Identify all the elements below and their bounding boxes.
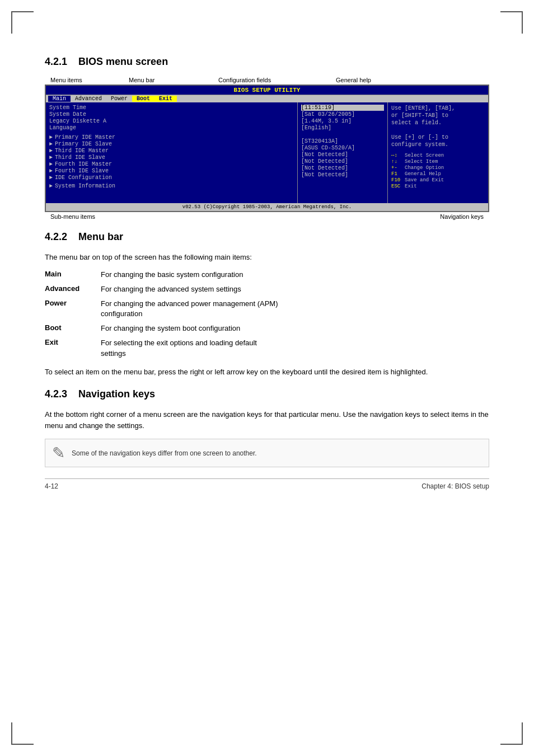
bios-val-nd3: [Not Detected] [301, 165, 384, 171]
bios-nav-keys: ↔↕Select Screen ↑↓Select Item +-Change O… [391, 153, 485, 189]
menu-val-main: For changing the basic system configurat… [101, 270, 243, 280]
bios-val-nd4: [Not Detected] [301, 172, 384, 178]
bios-sub-fourth-slave: Fourth IDE Slave [55, 168, 109, 174]
bios-title-text: BIOS SETUP UTILITY [234, 87, 301, 93]
label-menu-bar: Menu bar [129, 77, 174, 83]
label-config-fields: Configuration fields [218, 77, 291, 83]
bios-menu-boot[interactable]: Boot [132, 96, 154, 102]
menu-val-advanced: For changing the advanced system setting… [101, 284, 241, 294]
section-423-heading: 4.2.3 Navigation keys [45, 388, 489, 400]
bios-footer: v02.53 (C)Copyright 1985-2003, American … [46, 203, 488, 211]
bios-sub-items: ►Primary IDE Master ►Primary IDE Slave ►… [49, 134, 294, 189]
menu-row-power: Power For changing the advanced power ma… [45, 299, 489, 319]
menu-row-boot: Boot For changing the system boot config… [45, 323, 489, 334]
corner-bracket-tr [500, 11, 523, 34]
menu-key-main: Main [45, 270, 101, 278]
bottom-labels: Sub-menu items Navigation keys [45, 212, 489, 220]
bios-item-system-time: System Time [49, 105, 122, 111]
note-icon: ✎ [52, 444, 65, 462]
section-423-num: 4.2.3 [45, 388, 67, 400]
menu-items-table: Main For changing the basic system confi… [45, 270, 489, 359]
bios-menu-power[interactable]: Power [106, 96, 132, 102]
bios-footer-text: v02.53 (C)Copyright 1985-2003, American … [182, 204, 352, 210]
corner-bracket-tl [11, 11, 34, 34]
menu-key-power: Power [45, 299, 101, 307]
footer-page-num: 4-12 [45, 482, 58, 490]
section-422-num: 4.2.2 [45, 231, 67, 242]
label-general-help: General help [336, 77, 392, 83]
label-sub-menu: Sub-menu items [50, 213, 95, 220]
bios-menu-main[interactable]: Main [48, 96, 71, 102]
section-422: 4.2.2 Menu bar The menu bar on top of th… [45, 231, 489, 377]
bios-val-asus-cd: [ASUS CD-S520/A] [301, 145, 384, 151]
section-421: 4.2.1 BIOS menu screen Menu items Menu b… [45, 56, 489, 220]
corner-bracket-bl [11, 722, 34, 745]
section-421-title: BIOS menu screen [78, 56, 168, 67]
section-422-heading: 4.2.2 Menu bar [45, 231, 489, 243]
bios-val-blank1 [301, 132, 384, 138]
bios-val-st: [ST320413A] [301, 138, 384, 144]
bios-sub-fourth-master: Fourth IDE Master [55, 161, 112, 167]
label-menu-items: Menu items [50, 77, 101, 83]
bios-sub-third-slave: Third IDE Slave [55, 154, 105, 161]
note-box: ✎ Some of the navigation keys differ fro… [45, 439, 489, 467]
bios-sub-primary-master: Primary IDE Master [55, 134, 115, 140]
section-423-body: At the bottom right corner of a menu scr… [45, 409, 489, 431]
section-421-heading: 4.2.1 BIOS menu screen [45, 56, 489, 68]
menu-val-exit: For selecting the exit options and loadi… [101, 338, 257, 358]
bios-val-nd2: [Not Detected] [301, 158, 384, 165]
bios-right-panel: Use [ENTER], [TAB], or [SHIFT-TAB] to se… [387, 102, 488, 203]
bios-menu-advanced[interactable]: Advanced [71, 96, 106, 102]
menu-key-advanced: Advanced [45, 284, 101, 293]
bios-val-time: [11:51:19] [301, 105, 384, 111]
bios-left-panel: System Time System Date Legacy Diskette … [46, 102, 298, 203]
bios-menu-exit[interactable]: Exit [154, 96, 177, 102]
note-text: Some of the navigation keys differ from … [72, 449, 257, 457]
bios-sub-ide-config: IDE Configuration [55, 175, 112, 181]
menu-row-main: Main For changing the basic system confi… [45, 270, 489, 280]
bios-sub-third-master: Third IDE Master [55, 148, 109, 154]
menu-row-exit: Exit For selecting the exit options and … [45, 338, 489, 358]
section-423: 4.2.3 Navigation keys At the bottom righ… [45, 388, 489, 467]
top-labels: Menu items Menu bar Configuration fields… [45, 77, 489, 83]
bios-item-language: Language [49, 125, 122, 131]
section-422-nav-note: To select an item on the menu bar, press… [45, 367, 489, 378]
bios-center-panel: [11:51:19] [Sat 03/26/2005] [1.44M, 3.5 … [298, 102, 387, 203]
bios-val-nd1: [Not Detected] [301, 152, 384, 158]
bios-val-diskette: [1.44M, 3.5 in] [301, 118, 384, 124]
bios-item-legacy-diskette: Legacy Diskette A [49, 118, 122, 124]
bios-main-items: System Time System Date Legacy Diskette … [49, 105, 294, 131]
bios-val-date: [Sat 03/26/2005] [301, 111, 384, 118]
menu-val-power: For changing the advanced power manageme… [101, 299, 278, 319]
section-422-intro: The menu bar on top of the screen has th… [45, 252, 489, 263]
menu-key-exit: Exit [45, 338, 101, 346]
bios-item-system-date: System Date [49, 111, 122, 118]
bios-title-bar: BIOS SETUP UTILITY [46, 86, 488, 95]
page-footer: 4-12 Chapter 4: BIOS setup [45, 478, 489, 490]
bios-sub-primary-slave: Primary IDE Slave [55, 141, 112, 147]
bios-help-text: Use [ENTER], [TAB], or [SHIFT-TAB] to se… [391, 105, 485, 148]
footer-chapter: Chapter 4: BIOS setup [421, 482, 489, 490]
menu-key-boot: Boot [45, 323, 101, 332]
bios-screen: BIOS SETUP UTILITY Main Advanced Power B… [45, 84, 489, 212]
section-423-title: Navigation keys [78, 388, 155, 400]
label-nav-keys: Navigation keys [440, 213, 484, 220]
bios-diagram: Menu items Menu bar Configuration fields… [45, 77, 489, 220]
menu-row-advanced: Advanced For changing the advanced syste… [45, 284, 489, 294]
menu-val-boot: For changing the system boot configurati… [101, 323, 240, 334]
bios-menu-bar: Main Advanced Power Boot Exit [46, 95, 488, 102]
bios-val-language: [English] [301, 125, 384, 131]
section-421-num: 4.2.1 [45, 56, 67, 67]
bios-sub-system-info: System Information [55, 183, 115, 189]
section-422-title: Menu bar [78, 231, 123, 242]
corner-bracket-br [500, 722, 523, 745]
bios-body: System Time System Date Legacy Diskette … [46, 102, 488, 203]
